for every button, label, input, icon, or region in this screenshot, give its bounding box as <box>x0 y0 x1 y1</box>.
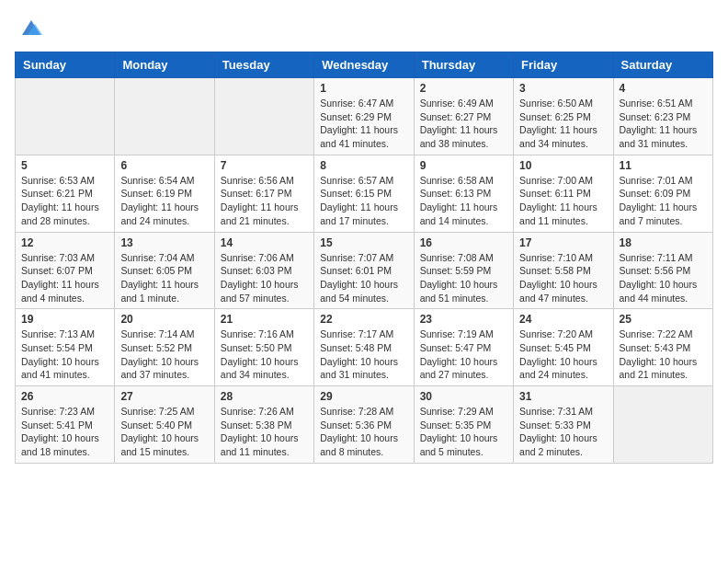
day-info: Sunrise: 6:56 AM Sunset: 6:17 PM Dayligh… <box>221 174 308 228</box>
day-info: Sunrise: 6:50 AM Sunset: 6:25 PM Dayligh… <box>519 97 607 151</box>
calendar-cell: 16Sunrise: 7:08 AM Sunset: 5:59 PM Dayli… <box>414 232 513 309</box>
calendar-day-header: Tuesday <box>214 52 313 78</box>
day-number: 7 <box>221 159 308 172</box>
day-info: Sunrise: 7:26 AM Sunset: 5:38 PM Dayligh… <box>221 405 308 459</box>
day-number: 28 <box>221 390 308 403</box>
day-info: Sunrise: 7:01 AM Sunset: 6:09 PM Dayligh… <box>620 174 707 228</box>
day-info: Sunrise: 7:07 AM Sunset: 6:01 PM Dayligh… <box>320 251 407 305</box>
day-info: Sunrise: 6:53 AM Sunset: 6:21 PM Dayligh… <box>21 174 108 228</box>
day-number: 3 <box>519 82 607 95</box>
day-number: 21 <box>221 313 308 326</box>
calendar-cell: 29Sunrise: 7:28 AM Sunset: 5:36 PM Dayli… <box>314 386 414 464</box>
day-info: Sunrise: 7:17 AM Sunset: 5:48 PM Dayligh… <box>320 327 407 382</box>
calendar-table: SundayMondayTuesdayWednesdayThursdayFrid… <box>15 52 713 464</box>
calendar-cell: 13Sunrise: 7:04 AM Sunset: 6:05 PM Dayli… <box>115 232 214 309</box>
day-info: Sunrise: 7:28 AM Sunset: 5:36 PM Dayligh… <box>320 405 407 459</box>
day-number: 11 <box>620 159 707 172</box>
calendar-cell <box>16 78 115 155</box>
calendar-cell: 26Sunrise: 7:23 AM Sunset: 5:41 PM Dayli… <box>16 386 115 464</box>
calendar-cell: 11Sunrise: 7:01 AM Sunset: 6:09 PM Dayli… <box>613 155 712 232</box>
day-number: 16 <box>420 236 507 249</box>
calendar-day-header: Friday <box>514 52 613 78</box>
day-number: 26 <box>21 390 108 403</box>
day-number: 18 <box>620 236 707 249</box>
calendar-cell <box>613 386 712 464</box>
day-number: 24 <box>519 313 607 326</box>
day-info: Sunrise: 7:06 AM Sunset: 6:03 PM Dayligh… <box>221 251 308 305</box>
calendar-week-row: 5Sunrise: 6:53 AM Sunset: 6:21 PM Daylig… <box>16 155 713 232</box>
calendar-cell: 17Sunrise: 7:10 AM Sunset: 5:58 PM Dayli… <box>514 232 613 309</box>
day-number: 23 <box>420 313 507 326</box>
calendar-cell: 22Sunrise: 7:17 AM Sunset: 5:48 PM Dayli… <box>314 309 414 386</box>
calendar-cell: 9Sunrise: 6:58 AM Sunset: 6:13 PM Daylig… <box>414 155 513 232</box>
day-number: 13 <box>120 236 208 249</box>
calendar-cell: 23Sunrise: 7:19 AM Sunset: 5:47 PM Dayli… <box>414 309 513 386</box>
calendar-week-row: 12Sunrise: 7:03 AM Sunset: 6:07 PM Dayli… <box>16 232 713 309</box>
day-info: Sunrise: 7:25 AM Sunset: 5:40 PM Dayligh… <box>120 405 208 459</box>
day-info: Sunrise: 7:23 AM Sunset: 5:41 PM Dayligh… <box>21 405 108 459</box>
day-number: 20 <box>120 313 208 326</box>
calendar-cell: 20Sunrise: 7:14 AM Sunset: 5:52 PM Dayli… <box>115 309 214 386</box>
calendar-cell: 10Sunrise: 7:00 AM Sunset: 6:11 PM Dayli… <box>514 155 613 232</box>
day-info: Sunrise: 6:54 AM Sunset: 6:19 PM Dayligh… <box>120 174 208 228</box>
day-number: 4 <box>620 82 707 95</box>
calendar-week-row: 1Sunrise: 6:47 AM Sunset: 6:29 PM Daylig… <box>16 78 713 155</box>
calendar-week-row: 26Sunrise: 7:23 AM Sunset: 5:41 PM Dayli… <box>16 386 713 464</box>
day-info: Sunrise: 6:58 AM Sunset: 6:13 PM Dayligh… <box>420 174 507 228</box>
day-info: Sunrise: 7:00 AM Sunset: 6:11 PM Dayligh… <box>519 174 607 228</box>
day-info: Sunrise: 6:47 AM Sunset: 6:29 PM Dayligh… <box>320 97 407 151</box>
calendar-cell: 28Sunrise: 7:26 AM Sunset: 5:38 PM Dayli… <box>214 386 313 464</box>
calendar-cell: 8Sunrise: 6:57 AM Sunset: 6:15 PM Daylig… <box>314 155 414 232</box>
calendar-day-header: Saturday <box>613 52 712 78</box>
calendar-header-row: SundayMondayTuesdayWednesdayThursdayFrid… <box>16 52 713 78</box>
calendar-day-header: Thursday <box>414 52 513 78</box>
day-number: 2 <box>420 82 507 95</box>
day-info: Sunrise: 7:22 AM Sunset: 5:43 PM Dayligh… <box>620 327 707 382</box>
calendar-cell: 12Sunrise: 7:03 AM Sunset: 6:07 PM Dayli… <box>16 232 115 309</box>
calendar-cell <box>214 78 313 155</box>
calendar-day-header: Wednesday <box>314 52 414 78</box>
day-number: 25 <box>620 313 707 326</box>
day-info: Sunrise: 7:03 AM Sunset: 6:07 PM Dayligh… <box>21 251 108 305</box>
day-number: 19 <box>21 313 108 326</box>
logo <box>15 15 44 40</box>
calendar-cell: 4Sunrise: 6:51 AM Sunset: 6:23 PM Daylig… <box>613 78 712 155</box>
day-number: 15 <box>320 236 407 249</box>
day-number: 9 <box>420 159 507 172</box>
calendar-cell: 5Sunrise: 6:53 AM Sunset: 6:21 PM Daylig… <box>16 155 115 232</box>
day-info: Sunrise: 7:14 AM Sunset: 5:52 PM Dayligh… <box>120 327 208 382</box>
calendar-cell: 6Sunrise: 6:54 AM Sunset: 6:19 PM Daylig… <box>115 155 214 232</box>
day-info: Sunrise: 7:10 AM Sunset: 5:58 PM Dayligh… <box>519 251 607 305</box>
calendar-cell: 19Sunrise: 7:13 AM Sunset: 5:54 PM Dayli… <box>16 309 115 386</box>
calendar-cell: 18Sunrise: 7:11 AM Sunset: 5:56 PM Dayli… <box>613 232 712 309</box>
calendar-week-row: 19Sunrise: 7:13 AM Sunset: 5:54 PM Dayli… <box>16 309 713 386</box>
calendar-cell: 2Sunrise: 6:49 AM Sunset: 6:27 PM Daylig… <box>414 78 513 155</box>
day-info: Sunrise: 7:20 AM Sunset: 5:45 PM Dayligh… <box>519 327 607 382</box>
calendar-cell: 25Sunrise: 7:22 AM Sunset: 5:43 PM Dayli… <box>613 309 712 386</box>
calendar-cell: 24Sunrise: 7:20 AM Sunset: 5:45 PM Dayli… <box>514 309 613 386</box>
day-info: Sunrise: 6:51 AM Sunset: 6:23 PM Dayligh… <box>620 97 707 151</box>
day-info: Sunrise: 7:19 AM Sunset: 5:47 PM Dayligh… <box>420 327 507 382</box>
calendar-day-header: Monday <box>115 52 214 78</box>
day-info: Sunrise: 7:31 AM Sunset: 5:33 PM Dayligh… <box>519 405 607 459</box>
calendar-day-header: Sunday <box>16 52 115 78</box>
day-info: Sunrise: 7:04 AM Sunset: 6:05 PM Dayligh… <box>120 251 208 305</box>
day-info: Sunrise: 6:57 AM Sunset: 6:15 PM Dayligh… <box>320 174 407 228</box>
page-header <box>15 15 713 40</box>
day-number: 6 <box>120 159 208 172</box>
day-number: 22 <box>320 313 407 326</box>
calendar-cell: 3Sunrise: 6:50 AM Sunset: 6:25 PM Daylig… <box>514 78 613 155</box>
calendar-cell: 7Sunrise: 6:56 AM Sunset: 6:17 PM Daylig… <box>214 155 313 232</box>
day-number: 1 <box>320 82 407 95</box>
day-info: Sunrise: 7:13 AM Sunset: 5:54 PM Dayligh… <box>21 327 108 382</box>
day-info: Sunrise: 7:29 AM Sunset: 5:35 PM Dayligh… <box>420 405 507 459</box>
day-info: Sunrise: 7:08 AM Sunset: 5:59 PM Dayligh… <box>420 251 507 305</box>
calendar-cell: 1Sunrise: 6:47 AM Sunset: 6:29 PM Daylig… <box>314 78 414 155</box>
day-number: 31 <box>519 390 607 403</box>
day-number: 27 <box>120 390 208 403</box>
day-number: 30 <box>420 390 507 403</box>
calendar-cell: 21Sunrise: 7:16 AM Sunset: 5:50 PM Dayli… <box>214 309 313 386</box>
calendar-cell: 31Sunrise: 7:31 AM Sunset: 5:33 PM Dayli… <box>514 386 613 464</box>
calendar-cell: 30Sunrise: 7:29 AM Sunset: 5:35 PM Dayli… <box>414 386 513 464</box>
day-number: 10 <box>519 159 607 172</box>
